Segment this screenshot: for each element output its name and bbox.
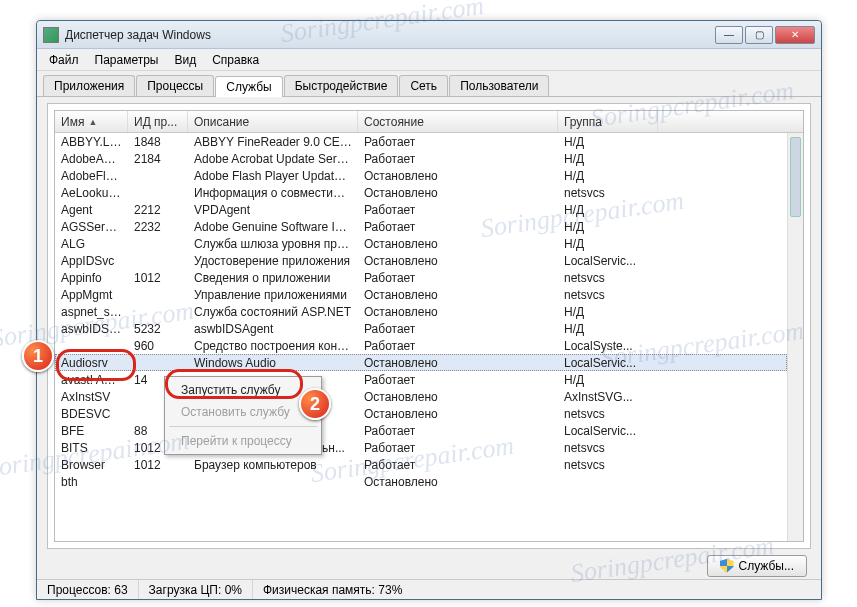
- minimize-button[interactable]: —: [715, 26, 743, 44]
- table-cell: Н/Д: [558, 152, 658, 166]
- menu-view[interactable]: Вид: [166, 51, 204, 69]
- table-cell: bth: [55, 475, 128, 489]
- table-cell: ABBYY.Lice...: [55, 135, 128, 149]
- table-cell: Остановлено: [358, 237, 558, 251]
- context-stop-service: Остановить службу: [167, 401, 319, 423]
- table-cell: Остановлено: [358, 169, 558, 183]
- table-cell: Appinfo: [55, 271, 128, 285]
- table-row[interactable]: AGSService2232Adobe Genuine Software Int…: [55, 218, 787, 235]
- table-row[interactable]: aspnet_stateСлужба состояний ASP.NETОста…: [55, 303, 787, 320]
- table-row[interactable]: AppIDSvcУдостоверение приложенияОстановл…: [55, 252, 787, 269]
- table-row[interactable]: AudiosrvWindows AudioОстановленоLocalSer…: [55, 354, 787, 371]
- table-cell: avast! Anti...: [55, 373, 128, 387]
- table-cell: netsvcs: [558, 458, 658, 472]
- table-row[interactable]: AdobeARM...2184Adobe Acrobat Update Serv…: [55, 150, 787, 167]
- table-row[interactable]: 960Средство построения коне...РаботаетLo…: [55, 337, 787, 354]
- table-cell: Остановлено: [358, 475, 558, 489]
- table-cell: LocalSyste...: [558, 339, 658, 353]
- tab-networking[interactable]: Сеть: [399, 75, 448, 96]
- window-title: Диспетчер задач Windows: [65, 28, 713, 42]
- col-pid[interactable]: ИД пр...: [128, 111, 188, 132]
- tab-services[interactable]: Службы: [215, 76, 282, 97]
- table-row[interactable]: ALGСлужба шлюза уровня прил...Остановлен…: [55, 235, 787, 252]
- table-cell: Работает: [358, 322, 558, 336]
- table-cell: Остановлено: [358, 305, 558, 319]
- table-row[interactable]: ABBYY.Lice...1848ABBYY FineReader 9.0 CE…: [55, 133, 787, 150]
- table-row[interactable]: AdobeFlash...Adobe Flash Player Update S…: [55, 167, 787, 184]
- table-cell: Остановлено: [358, 288, 558, 302]
- table-cell: Audiosrv: [55, 356, 128, 370]
- sort-indicator-icon: ▲: [88, 117, 97, 127]
- table-row[interactable]: AeLookupSvcИнформация о совместимос...Ос…: [55, 184, 787, 201]
- list-body: ABBYY.Lice...1848ABBYY FineReader 9.0 CE…: [55, 133, 787, 541]
- table-cell: 2184: [128, 152, 188, 166]
- context-separator: [169, 426, 317, 427]
- table-row[interactable]: bthОстановлено: [55, 473, 787, 490]
- table-cell: Остановлено: [358, 186, 558, 200]
- table-cell: netsvcs: [558, 288, 658, 302]
- table-cell: Работает: [358, 339, 558, 353]
- table-row[interactable]: Browser1012Браузер компьютеровРаботаетne…: [55, 456, 787, 473]
- table-cell: netsvcs: [558, 441, 658, 455]
- tab-processes[interactable]: Процессы: [136, 75, 214, 96]
- tab-content: Имя▲ ИД пр... Описание Состояние Группа …: [47, 103, 811, 549]
- table-cell: 1848: [128, 135, 188, 149]
- maximize-button[interactable]: ▢: [745, 26, 773, 44]
- scrollbar-thumb[interactable]: [790, 137, 801, 217]
- status-cpu: Загрузка ЦП: 0%: [139, 580, 253, 599]
- menu-help[interactable]: Справка: [204, 51, 267, 69]
- context-goto-process: Перейти к процессу: [167, 430, 319, 452]
- table-cell: Adobe Flash Player Update S...: [188, 169, 358, 183]
- col-group[interactable]: Группа: [558, 111, 658, 132]
- table-cell: Средство построения коне...: [188, 339, 358, 353]
- table-cell: 1012: [128, 458, 188, 472]
- col-name[interactable]: Имя▲: [55, 111, 128, 132]
- table-cell: Adobe Genuine Software Int...: [188, 220, 358, 234]
- services-button[interactable]: Службы...: [707, 555, 807, 577]
- menu-file[interactable]: Файл: [41, 51, 87, 69]
- table-cell: 1012: [128, 271, 188, 285]
- table-cell: Остановлено: [358, 390, 558, 404]
- table-cell: Работает: [358, 135, 558, 149]
- table-cell: Н/Д: [558, 322, 658, 336]
- table-cell: Работает: [358, 152, 558, 166]
- table-cell: netsvcs: [558, 186, 658, 200]
- table-cell: Остановлено: [358, 407, 558, 421]
- titlebar: Диспетчер задач Windows — ▢ ✕: [37, 21, 821, 49]
- table-cell: Работает: [358, 220, 558, 234]
- table-cell: Удостоверение приложения: [188, 254, 358, 268]
- table-cell: AGSService: [55, 220, 128, 234]
- table-cell: Управление приложениями: [188, 288, 358, 302]
- list-header: Имя▲ ИД пр... Описание Состояние Группа: [55, 111, 803, 133]
- table-cell: Browser: [55, 458, 128, 472]
- close-button[interactable]: ✕: [775, 26, 815, 44]
- table-cell: Н/Д: [558, 220, 658, 234]
- table-cell: Сведения о приложении: [188, 271, 358, 285]
- table-cell: LocalServic...: [558, 356, 658, 370]
- tab-users[interactable]: Пользователи: [449, 75, 549, 96]
- table-cell: Работает: [358, 441, 558, 455]
- table-cell: aswbIDSAg...: [55, 322, 128, 336]
- context-start-service[interactable]: Запустить службу: [167, 379, 319, 401]
- table-row[interactable]: Appinfo1012Сведения о приложенииРаботает…: [55, 269, 787, 286]
- vertical-scrollbar[interactable]: [787, 133, 803, 541]
- status-processes: Процессов: 63: [37, 580, 139, 599]
- table-row[interactable]: Agent2212VPDAgentРаботаетН/Д: [55, 201, 787, 218]
- table-cell: AdobeFlash...: [55, 169, 128, 183]
- table-cell: Н/Д: [558, 305, 658, 319]
- table-row[interactable]: AppMgmtУправление приложениямиОстановлен…: [55, 286, 787, 303]
- col-description[interactable]: Описание: [188, 111, 358, 132]
- tab-applications[interactable]: Приложения: [43, 75, 135, 96]
- tab-performance[interactable]: Быстродействие: [284, 75, 399, 96]
- col-state[interactable]: Состояние: [358, 111, 558, 132]
- menu-options[interactable]: Параметры: [87, 51, 167, 69]
- table-cell: AppIDSvc: [55, 254, 128, 268]
- table-cell: aswbIDSAgent: [188, 322, 358, 336]
- task-manager-window: Диспетчер задач Windows — ▢ ✕ Файл Парам…: [36, 20, 822, 600]
- table-cell: 2232: [128, 220, 188, 234]
- table-cell: LocalServic...: [558, 424, 658, 438]
- table-cell: Windows Audio: [188, 356, 358, 370]
- table-cell: Работает: [358, 373, 558, 387]
- table-cell: AeLookupSvc: [55, 186, 128, 200]
- table-row[interactable]: aswbIDSAg...5232aswbIDSAgentРаботаетН/Д: [55, 320, 787, 337]
